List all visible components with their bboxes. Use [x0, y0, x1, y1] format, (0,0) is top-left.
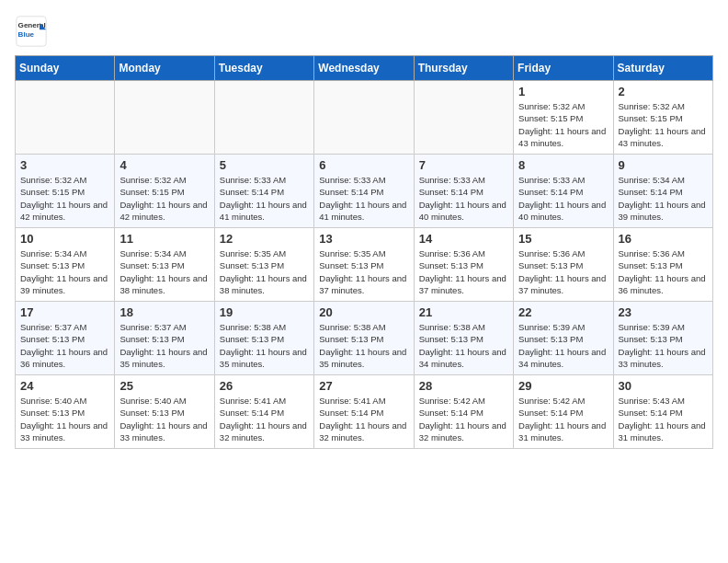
calendar-cell: 20Sunrise: 5:38 AM Sunset: 5:13 PM Dayli… — [314, 302, 414, 375]
weekday-header: Saturday — [613, 56, 712, 81]
calendar-cell: 17Sunrise: 5:37 AM Sunset: 5:13 PM Dayli… — [16, 302, 115, 375]
calendar-cell — [314, 81, 414, 155]
calendar-cell: 10Sunrise: 5:34 AM Sunset: 5:13 PM Dayli… — [16, 228, 115, 302]
day-number: 29 — [518, 379, 608, 393]
calendar-cell: 21Sunrise: 5:38 AM Sunset: 5:13 PM Dayli… — [414, 302, 513, 375]
day-info: Sunrise: 5:37 AM Sunset: 5:13 PM Dayligh… — [20, 321, 109, 370]
calendar-cell: 11Sunrise: 5:34 AM Sunset: 5:13 PM Dayli… — [115, 228, 214, 302]
calendar-cell: 24Sunrise: 5:40 AM Sunset: 5:13 PM Dayli… — [16, 375, 115, 449]
page-header: General Blue — [15, 15, 713, 48]
day-info: Sunrise: 5:42 AM Sunset: 5:14 PM Dayligh… — [419, 395, 508, 443]
day-info: Sunrise: 5:32 AM Sunset: 5:15 PM Dayligh… — [119, 174, 209, 223]
calendar-cell: 2Sunrise: 5:32 AM Sunset: 5:15 PM Daylig… — [613, 81, 712, 155]
day-number: 15 — [518, 232, 608, 246]
calendar-cell: 4Sunrise: 5:32 AM Sunset: 5:15 PM Daylig… — [115, 155, 214, 228]
day-number: 7 — [419, 158, 508, 172]
calendar-cell: 29Sunrise: 5:42 AM Sunset: 5:14 PM Dayli… — [514, 375, 613, 449]
day-info: Sunrise: 5:33 AM Sunset: 5:14 PM Dayligh… — [220, 174, 309, 223]
day-number: 3 — [20, 158, 109, 172]
day-number: 9 — [619, 158, 708, 172]
day-number: 12 — [220, 232, 309, 246]
day-number: 22 — [518, 305, 608, 319]
calendar-cell: 23Sunrise: 5:39 AM Sunset: 5:13 PM Dayli… — [613, 302, 712, 375]
calendar-cell: 28Sunrise: 5:42 AM Sunset: 5:14 PM Dayli… — [414, 375, 513, 449]
day-info: Sunrise: 5:34 AM Sunset: 5:13 PM Dayligh… — [20, 247, 109, 296]
calendar-cell — [16, 81, 115, 155]
logo-icon: General Blue — [15, 15, 48, 48]
day-info: Sunrise: 5:36 AM Sunset: 5:13 PM Dayligh… — [419, 247, 508, 296]
day-info: Sunrise: 5:39 AM Sunset: 5:13 PM Dayligh… — [518, 321, 608, 370]
logo: General Blue — [15, 15, 48, 48]
day-number: 30 — [619, 379, 708, 393]
day-info: Sunrise: 5:34 AM Sunset: 5:13 PM Dayligh… — [119, 247, 209, 296]
day-number: 5 — [220, 158, 309, 172]
day-number: 14 — [419, 232, 508, 246]
calendar-cell: 3Sunrise: 5:32 AM Sunset: 5:15 PM Daylig… — [16, 155, 115, 228]
day-number: 6 — [319, 158, 408, 172]
weekday-header: Thursday — [414, 56, 513, 81]
day-info: Sunrise: 5:32 AM Sunset: 5:15 PM Dayligh… — [518, 100, 608, 149]
calendar-body: 1Sunrise: 5:32 AM Sunset: 5:15 PM Daylig… — [16, 81, 713, 449]
weekday-header: Monday — [115, 56, 214, 81]
day-number: 17 — [20, 305, 109, 319]
day-info: Sunrise: 5:41 AM Sunset: 5:14 PM Dayligh… — [319, 395, 408, 443]
calendar-cell: 18Sunrise: 5:37 AM Sunset: 5:13 PM Dayli… — [115, 302, 214, 375]
calendar-cell: 27Sunrise: 5:41 AM Sunset: 5:14 PM Dayli… — [314, 375, 414, 449]
day-info: Sunrise: 5:38 AM Sunset: 5:13 PM Dayligh… — [319, 321, 408, 370]
calendar-week-row: 24Sunrise: 5:40 AM Sunset: 5:13 PM Dayli… — [16, 375, 713, 449]
day-info: Sunrise: 5:36 AM Sunset: 5:13 PM Dayligh… — [518, 247, 608, 296]
day-info: Sunrise: 5:35 AM Sunset: 5:13 PM Dayligh… — [220, 247, 309, 296]
day-info: Sunrise: 5:32 AM Sunset: 5:15 PM Dayligh… — [619, 100, 708, 149]
day-info: Sunrise: 5:41 AM Sunset: 5:14 PM Dayligh… — [220, 395, 309, 443]
day-number: 13 — [319, 232, 408, 246]
calendar-cell: 26Sunrise: 5:41 AM Sunset: 5:14 PM Dayli… — [214, 375, 313, 449]
day-number: 27 — [319, 379, 408, 393]
calendar-cell: 6Sunrise: 5:33 AM Sunset: 5:14 PM Daylig… — [314, 155, 414, 228]
weekday-header: Tuesday — [214, 56, 313, 81]
day-number: 18 — [119, 305, 209, 319]
calendar-cell — [115, 81, 214, 155]
day-number: 26 — [220, 379, 309, 393]
day-number: 28 — [419, 379, 508, 393]
day-info: Sunrise: 5:39 AM Sunset: 5:13 PM Dayligh… — [619, 321, 708, 370]
day-info: Sunrise: 5:35 AM Sunset: 5:13 PM Dayligh… — [319, 247, 408, 296]
day-number: 20 — [319, 305, 408, 319]
day-info: Sunrise: 5:40 AM Sunset: 5:13 PM Dayligh… — [119, 395, 209, 443]
day-number: 23 — [619, 305, 708, 319]
day-number: 16 — [619, 232, 708, 246]
calendar-table: SundayMondayTuesdayWednesdayThursdayFrid… — [15, 55, 713, 449]
calendar-cell: 5Sunrise: 5:33 AM Sunset: 5:14 PM Daylig… — [214, 155, 313, 228]
day-info: Sunrise: 5:42 AM Sunset: 5:14 PM Dayligh… — [518, 395, 608, 443]
day-info: Sunrise: 5:33 AM Sunset: 5:14 PM Dayligh… — [518, 174, 608, 223]
weekday-header: Sunday — [16, 56, 115, 81]
day-number: 4 — [119, 158, 209, 172]
calendar-cell: 15Sunrise: 5:36 AM Sunset: 5:13 PM Dayli… — [514, 228, 613, 302]
day-info: Sunrise: 5:38 AM Sunset: 5:13 PM Dayligh… — [220, 321, 309, 370]
calendar-week-row: 3Sunrise: 5:32 AM Sunset: 5:15 PM Daylig… — [16, 155, 713, 228]
calendar-cell: 8Sunrise: 5:33 AM Sunset: 5:14 PM Daylig… — [514, 155, 613, 228]
calendar-cell: 14Sunrise: 5:36 AM Sunset: 5:13 PM Dayli… — [414, 228, 513, 302]
day-number: 1 — [518, 85, 608, 98]
day-number: 2 — [619, 85, 708, 98]
weekday-header: Friday — [514, 56, 613, 81]
day-number: 21 — [419, 305, 508, 319]
calendar-header-row: SundayMondayTuesdayWednesdayThursdayFrid… — [16, 56, 713, 81]
day-info: Sunrise: 5:40 AM Sunset: 5:13 PM Dayligh… — [20, 395, 109, 443]
day-info: Sunrise: 5:33 AM Sunset: 5:14 PM Dayligh… — [319, 174, 408, 223]
weekday-header: Wednesday — [314, 56, 414, 81]
calendar-cell: 12Sunrise: 5:35 AM Sunset: 5:13 PM Dayli… — [214, 228, 313, 302]
calendar-cell: 16Sunrise: 5:36 AM Sunset: 5:13 PM Dayli… — [613, 228, 712, 302]
calendar-cell: 25Sunrise: 5:40 AM Sunset: 5:13 PM Dayli… — [115, 375, 214, 449]
calendar-cell: 19Sunrise: 5:38 AM Sunset: 5:13 PM Dayli… — [214, 302, 313, 375]
calendar-cell: 9Sunrise: 5:34 AM Sunset: 5:14 PM Daylig… — [613, 155, 712, 228]
day-info: Sunrise: 5:33 AM Sunset: 5:14 PM Dayligh… — [419, 174, 508, 223]
day-info: Sunrise: 5:37 AM Sunset: 5:13 PM Dayligh… — [119, 321, 209, 370]
day-info: Sunrise: 5:36 AM Sunset: 5:13 PM Dayligh… — [619, 247, 708, 296]
day-info: Sunrise: 5:34 AM Sunset: 5:14 PM Dayligh… — [619, 174, 708, 223]
calendar-week-row: 1Sunrise: 5:32 AM Sunset: 5:15 PM Daylig… — [16, 81, 713, 155]
svg-text:Blue: Blue — [18, 30, 35, 39]
day-number: 8 — [518, 158, 608, 172]
calendar-week-row: 17Sunrise: 5:37 AM Sunset: 5:13 PM Dayli… — [16, 302, 713, 375]
day-info: Sunrise: 5:43 AM Sunset: 5:14 PM Dayligh… — [619, 395, 708, 443]
calendar-cell: 7Sunrise: 5:33 AM Sunset: 5:14 PM Daylig… — [414, 155, 513, 228]
